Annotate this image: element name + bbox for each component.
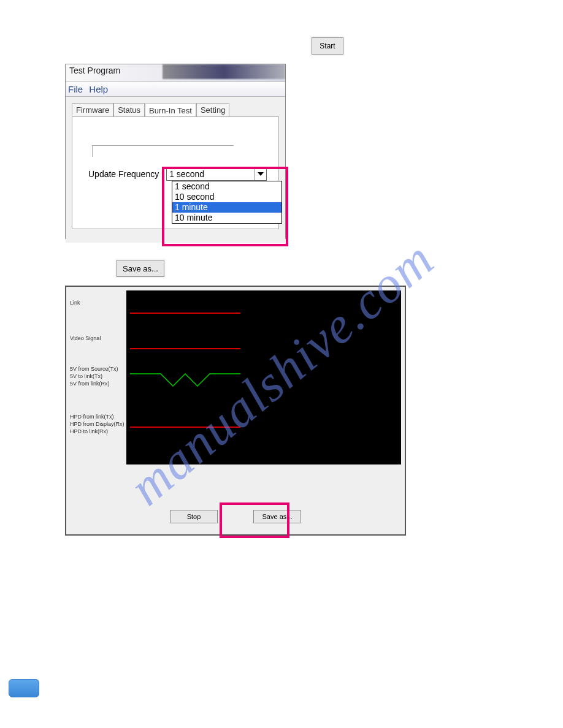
- label-video-signal: Video Signal: [70, 335, 126, 342]
- stop-button[interactable]: Stop: [170, 510, 218, 523]
- label-5v-to-link: 5V to link(Tx): [70, 373, 126, 380]
- tab-status[interactable]: Status: [113, 103, 145, 116]
- tab-panel: Update Frequency 1 second 1 second 10 se…: [72, 116, 279, 229]
- option-10-second[interactable]: 10 second: [172, 192, 282, 202]
- trace-video-signal: [130, 348, 240, 349]
- trace-5v: [130, 373, 240, 387]
- label-link: Link: [70, 299, 126, 306]
- update-frequency-label: Update Frequency: [88, 169, 159, 179]
- label-5v-from-source: 5V from Source(Tx): [70, 365, 126, 373]
- menu-help[interactable]: Help: [89, 84, 108, 94]
- save-as-button[interactable]: Save as...: [117, 260, 164, 277]
- tab-setting[interactable]: Setting: [196, 103, 229, 116]
- label-5v-from-link: 5V from link(Rx): [70, 380, 126, 387]
- window-title: Test Program: [69, 66, 120, 75]
- scope-window: Link Video Signal 5V from Source(Tx) 5V …: [65, 286, 406, 536]
- test-program-window: Test Program File Help Firmware Status B…: [65, 64, 286, 239]
- label-hpd-to-link: HPD to link(Rx): [70, 428, 126, 435]
- option-1-minute[interactable]: 1 minute: [172, 202, 282, 213]
- tab-burn-in-test[interactable]: Burn-In Test: [145, 104, 196, 117]
- trace-hpd: [130, 427, 240, 428]
- update-frequency-dropdown: 1 second 10 second 1 minute 10 minute: [172, 181, 282, 224]
- combobox-value: 1 second: [169, 169, 204, 179]
- scope-save-as-button[interactable]: Save as...: [253, 510, 301, 523]
- trace-link: [130, 313, 240, 314]
- chevron-down-icon[interactable]: [255, 168, 266, 180]
- tab-strip: Firmware Status Burn-In Test Setting: [72, 103, 279, 116]
- option-10-minute[interactable]: 10 minute: [172, 213, 282, 223]
- menu-file[interactable]: File: [68, 84, 83, 94]
- label-hpd-from-display: HPD from Display(Rx): [70, 420, 126, 428]
- menu-bar: File Help: [66, 82, 285, 97]
- option-1-second[interactable]: 1 second: [172, 181, 282, 192]
- groupbox-border: [92, 145, 234, 157]
- channel-labels: Link Video Signal 5V from Source(Tx) 5V …: [70, 290, 126, 464]
- scope-canvas: [126, 290, 401, 464]
- window-title-bar: Test Program: [66, 64, 285, 82]
- tab-firmware[interactable]: Firmware: [72, 103, 113, 116]
- update-frequency-combobox[interactable]: 1 second: [166, 167, 267, 181]
- page-badge: [9, 679, 39, 697]
- label-hpd-from-link: HPD from link(Tx): [70, 413, 126, 420]
- start-button[interactable]: Start: [312, 37, 343, 55]
